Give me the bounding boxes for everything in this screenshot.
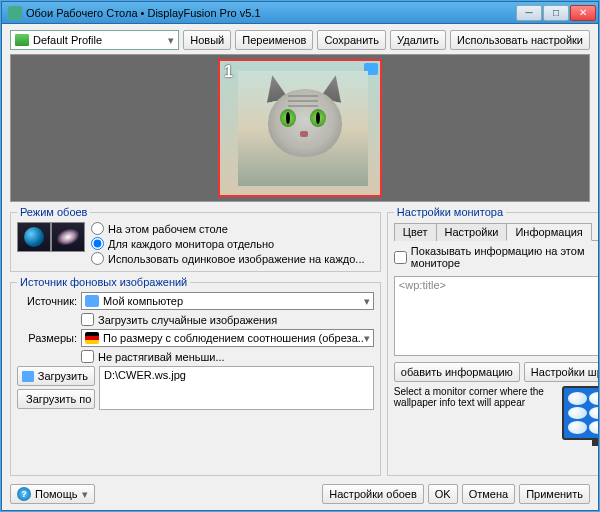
mode-this-desktop[interactable]: На этом рабочем столе [91, 222, 365, 235]
monitor-legend: Настройки монитора [394, 206, 506, 218]
rename-button[interactable]: Переименов [235, 30, 313, 50]
chevron-down-icon: ▾ [364, 332, 370, 345]
help-icon: ? [17, 487, 31, 501]
flag-icon [85, 332, 99, 344]
source-select[interactable]: Мой компьютер ▾ [81, 292, 374, 310]
mode-legend: Режим обоев [17, 206, 90, 218]
corner-mc[interactable] [589, 407, 598, 420]
ok-button[interactable]: OK [428, 484, 458, 504]
mode-each-monitor[interactable]: Для каждого монитора отдельно [91, 237, 365, 250]
corner-bc[interactable] [589, 421, 598, 434]
source-legend: Источник фоновых изображений [17, 276, 190, 288]
font-settings-button[interactable]: Настройки шрифта [524, 362, 598, 382]
window-title: Обои Рабочего Стола • DisplayFusion Pro … [26, 7, 516, 19]
show-info-checkbox[interactable]: Показывать информацию на этом мониторе [394, 245, 598, 269]
corner-ml[interactable] [568, 407, 587, 420]
source-group: Источник фоновых изображений Источник: М… [10, 276, 381, 476]
profile-icon [15, 34, 29, 46]
save-button[interactable]: Сохранить [317, 30, 386, 50]
monitor-number: 1 [224, 63, 233, 81]
mode-galaxy-icon [51, 222, 85, 252]
app-window: Обои Рабочего Стола • DisplayFusion Pro … [1, 1, 599, 511]
titlebar[interactable]: Обои Рабочего Стола • DisplayFusion Pro … [2, 2, 598, 24]
apply-button[interactable]: Применить [519, 484, 590, 504]
wallpaper-settings-button[interactable]: Настройки обоев [322, 484, 424, 504]
chevron-down-icon: ▾ [364, 295, 370, 308]
delete-button[interactable]: Удалить [390, 30, 446, 50]
mode-earth-icon [17, 222, 51, 252]
size-select[interactable]: По размеру с соблюдением соотношения (об… [81, 329, 374, 347]
corner-tl[interactable] [568, 392, 587, 405]
mode-same-image[interactable]: Использовать одинковое изображение на ка… [91, 252, 365, 265]
help-button[interactable]: ? Помощь ▾ [10, 484, 95, 504]
chevron-down-icon: ▾ [82, 488, 88, 501]
content-area: Default Profile ▾ Новый Переименов Сохра… [2, 24, 598, 510]
computer-icon [85, 295, 99, 307]
monitor-tile-1[interactable]: 1 [218, 59, 382, 197]
profile-selector[interactable]: Default Profile ▾ [10, 30, 179, 50]
wallpaper-thumbnail [238, 71, 368, 186]
corner-tc[interactable] [589, 392, 598, 405]
load-by-button[interactable]: Загрузить по [17, 389, 95, 409]
app-icon [8, 6, 22, 20]
image-icon [22, 371, 34, 382]
cancel-button[interactable]: Отмена [462, 484, 515, 504]
info-text-area[interactable]: <wp:title> ▲ ▼ [394, 276, 598, 356]
nostretch-checkbox[interactable]: Не растягивай меньши... [81, 350, 374, 363]
close-button[interactable]: ✕ [570, 5, 596, 21]
tab-settings[interactable]: Настройки [436, 223, 508, 241]
profile-name: Default Profile [33, 34, 102, 46]
source-label: Источник: [17, 295, 77, 307]
load-button[interactable]: Загрузить [17, 366, 95, 386]
corner-instructions: Select a monitor corner where the wallpa… [394, 386, 556, 408]
corner-bl[interactable] [568, 421, 587, 434]
corner-picker [562, 386, 598, 440]
wallpaper-mode-group: Режим обоев На этом рабочем столе Для ка… [10, 206, 381, 272]
maximize-button[interactable]: □ [543, 5, 569, 21]
new-button[interactable]: Новый [183, 30, 231, 50]
chevron-down-icon: ▾ [168, 34, 174, 47]
use-settings-button[interactable]: Использовать настройки [450, 30, 590, 50]
monitor-settings-group: Настройки монитора Цвет Настройки Информ… [387, 206, 598, 476]
file-path-box[interactable]: D:\CWER.ws.jpg [99, 366, 374, 410]
size-label: Размеры: [17, 332, 77, 344]
tab-info[interactable]: Информация [506, 223, 591, 241]
add-info-button[interactable]: обавить информацию [394, 362, 520, 382]
minimize-button[interactable]: ─ [516, 5, 542, 21]
tab-color[interactable]: Цвет [394, 223, 437, 241]
wallpaper-preview: 1 [10, 54, 590, 202]
random-checkbox[interactable]: Загрузить случайные изображения [81, 313, 374, 326]
